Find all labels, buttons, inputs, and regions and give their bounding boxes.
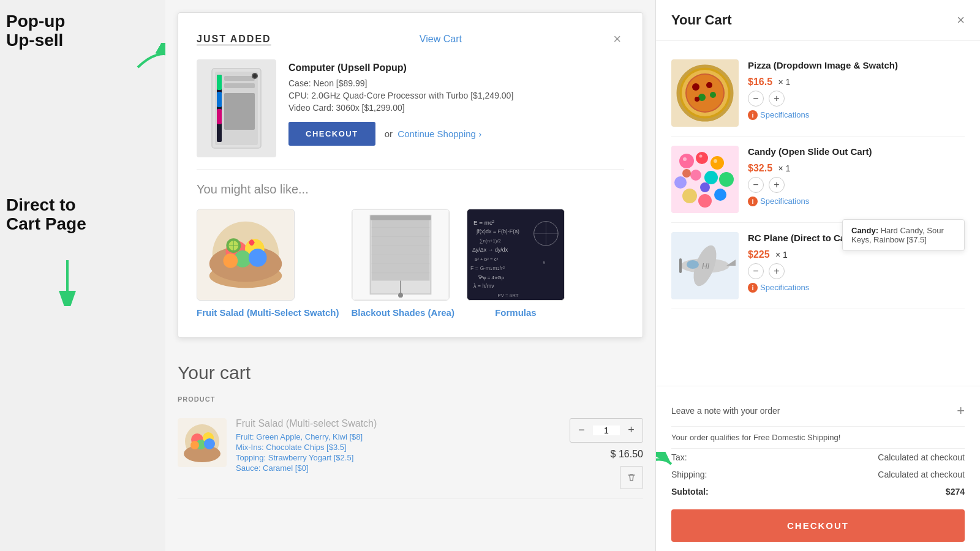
cart-item-topping: Topping: Strawberry Yogart [$2.5] — [236, 453, 560, 462]
note-text: Leave a note with your order — [671, 406, 780, 416]
svg-text:∑n(n+1)/2: ∑n(n+1)/2 — [480, 238, 501, 244]
upsell-item-fruit-salad[interactable]: Fruit Salad (Multi-Select Swatch) — [197, 209, 339, 319]
svg-point-79 — [674, 176, 687, 189]
cart-page-title: Your cart — [178, 362, 643, 383]
spec-cpu: CPU: 2.0GHz Quad-Core Processor with Tur… — [288, 91, 624, 100]
spec-case: Case: Neon [$89.99] — [288, 78, 624, 88]
fruit-salad-icon — [197, 209, 294, 301]
sidebar-item-price-qty-rc-plane: $225 × 1 − + — [748, 249, 965, 279]
rc-plane-specifications-link[interactable]: i Specifications — [748, 283, 965, 293]
svg-point-69 — [695, 97, 699, 102]
svg-point-21 — [223, 253, 238, 268]
svg-point-83 — [682, 169, 691, 178]
sidebar-item-pizza: Pizza (Dropdown Image & Swatch) $16.5 × … — [671, 50, 965, 137]
sidebar-checkout-button[interactable]: CHECKOUT — [671, 509, 965, 542]
popup-annotation: Pop-up Up-sell — [6, 12, 65, 50]
cart-sidebar-items: Pizza (Dropdown Image & Swatch) $16.5 × … — [656, 41, 980, 386]
delete-item-button[interactable] — [620, 466, 643, 489]
sidebar-item-name-candy: Candy (Open Slide Out Cart) — [748, 146, 965, 158]
rc-plane-qty-increase[interactable]: + — [769, 263, 785, 279]
upsell-name-fruit-salad: Fruit Salad (Multi-Select Swatch) — [197, 307, 339, 319]
cart-label: Direct to Cart Page — [6, 196, 86, 234]
cart-sidebar-footer: Leave a note with your order + Your orde… — [656, 386, 980, 551]
upsell-image-blackout-shades — [352, 209, 450, 301]
quantity-decrease-button[interactable]: − — [570, 419, 593, 442]
svg-rect-10 — [224, 93, 255, 130]
candy-specifications-link[interactable]: i Specifications — [748, 197, 965, 206]
pizza-specifications-link[interactable]: i Specifications — [748, 110, 965, 120]
svg-text:a² + b² = c²: a² + b² = c² — [475, 257, 499, 262]
view-cart-link[interactable]: View Cart — [420, 34, 462, 45]
candy-tooltip: Candy: Hard Candy, Sour Keys, Rainbow [$… — [842, 219, 965, 251]
svg-rect-28 — [370, 216, 431, 220]
candy-qty-increase[interactable]: + — [769, 177, 785, 193]
svg-point-65 — [692, 83, 699, 91]
left-annotations: Pop-up Up-sell Direct to Cart Page — [0, 0, 165, 551]
free-shipping-banner: Your order qualifies for Free Domestic S… — [671, 427, 965, 449]
blackout-shades-icon — [352, 209, 449, 301]
svg-rect-8 — [224, 76, 255, 81]
svg-point-74 — [710, 156, 724, 170]
cart-item-name: Fruit Salad (Multi-select Swatch) — [236, 418, 560, 429]
svg-point-78 — [682, 189, 697, 203]
svg-point-81 — [704, 171, 718, 184]
quantity-input[interactable] — [593, 425, 620, 435]
cart-sidebar-close-button[interactable]: × — [957, 12, 965, 28]
product-name: Computer (Upsell Popup) — [288, 62, 624, 73]
popup-checkout-button[interactable]: CHECKOUT — [288, 122, 375, 146]
upsell-image-formulas: E = mc² ∫f(x)dx = F(b)-F(a) ∑n(n+1)/2 Δy… — [467, 209, 565, 301]
svg-point-77 — [698, 194, 712, 208]
svg-point-82 — [700, 182, 710, 192]
svg-rect-9 — [224, 83, 255, 88]
svg-text:Δy/Δx → dy/dx: Δy/Δx → dy/dx — [472, 247, 508, 253]
rc-plane-qty-controls: − + — [748, 263, 965, 279]
cart-item-row: Fruit Salad (Multi-select Swatch) Fruit:… — [178, 409, 643, 499]
svg-point-80 — [690, 170, 701, 181]
svg-point-64 — [687, 75, 723, 111]
cart-item-controls: − + $ 16.50 — [570, 418, 643, 489]
subtotal-value: $274 — [946, 487, 965, 497]
svg-point-66 — [706, 82, 712, 88]
popup-actions: CHECKOUT or Continue Shopping › — [288, 122, 624, 146]
close-button[interactable]: × — [610, 31, 624, 47]
pizza-qty-controls: − + — [748, 91, 965, 107]
note-row[interactable]: Leave a note with your order + — [671, 395, 965, 427]
shipping-label: Shipping: — [671, 470, 707, 479]
candy-icon — [671, 146, 739, 213]
cart-item-mixins: Mix-Ins: Chocolate Chips [$3.5] — [236, 443, 560, 452]
cart-page: Your cart PRODUCT Fruit Salad — [165, 350, 655, 511]
svg-point-59 — [190, 441, 199, 449]
candy-qty-decrease[interactable]: − — [748, 177, 764, 193]
cart-annotation: Direct to Cart Page — [6, 196, 86, 234]
svg-point-86 — [714, 159, 717, 163]
upsell-item-blackout-shades[interactable]: Blackout Shades (Area) — [352, 209, 454, 319]
tax-row: Tax: Calculated at checkout — [671, 449, 965, 466]
rc-plane-qty-decrease[interactable]: − — [748, 263, 764, 279]
candy-qty-controls: − + — [748, 177, 965, 193]
pizza-qty-decrease[interactable]: − — [748, 91, 764, 107]
sidebar-item-image-pizza — [671, 59, 739, 127]
svg-rect-5 — [217, 75, 222, 90]
trash-icon — [627, 473, 636, 482]
svg-point-76 — [714, 189, 726, 201]
svg-point-68 — [710, 92, 716, 98]
quantity-increase-button[interactable]: + — [620, 419, 643, 442]
shipping-value: Calculated at checkout — [878, 470, 965, 479]
cart-header-product: PRODUCT — [178, 395, 643, 403]
product-image — [197, 59, 276, 157]
sidebar-item-image-rc-plane: HI — [671, 232, 739, 299]
svg-point-84 — [683, 157, 687, 161]
pizza-qty-increase[interactable]: + — [769, 91, 785, 107]
svg-text:E = mc²: E = mc² — [473, 219, 495, 226]
cart-item-image — [178, 418, 227, 467]
svg-text:∫f(x)dx = F(b)-F(a): ∫f(x)dx = F(b)-F(a) — [476, 228, 519, 234]
cart-arrow — [49, 257, 86, 309]
candy-spec-icon: i — [748, 197, 758, 206]
upsell-item-formulas[interactable]: E = mc² ∫f(x)dx = F(b)-F(a) ∑n(n+1)/2 Δy… — [467, 209, 565, 319]
sidebar-item-candy: Candy (Open Slide Out Cart) $32.5 × 1 − … — [671, 137, 965, 223]
shipping-row: Shipping: Calculated at checkout — [671, 466, 965, 483]
just-added-section: Computer (Upsell Popup) Case: Neon [$89.… — [197, 59, 624, 157]
subtotal-label: Subtotal: — [671, 487, 709, 497]
continue-shopping-link[interactable]: or Continue Shopping › — [385, 129, 481, 139]
sidebar-item-price-qty-candy: $32.5 × 1 − + — [748, 163, 965, 193]
